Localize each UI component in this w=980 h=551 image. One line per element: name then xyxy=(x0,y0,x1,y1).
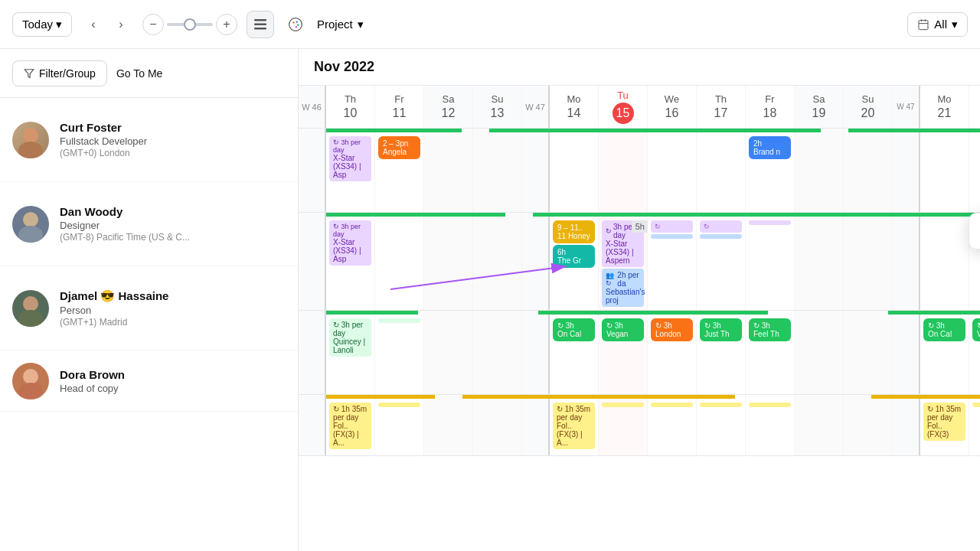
list-item: Dora Brown Head of copy xyxy=(0,350,298,412)
calendar-row-curt: ↻ 3h per day X-Star (XS34) | Asp 2 – 3pn… xyxy=(299,129,980,213)
cal-cell-22 xyxy=(969,129,980,212)
day-header-14: Mo 14 xyxy=(550,86,599,128)
week-separator xyxy=(299,395,326,455)
cal-cell-12 xyxy=(424,213,473,310)
zoom-controls: − + xyxy=(142,14,237,35)
day-header-20: Su 20 xyxy=(844,86,893,128)
left-panel: Filter/Group Go To Me Curt Fost xyxy=(0,49,299,551)
cal-cell-14 xyxy=(550,129,599,212)
svg-point-4 xyxy=(292,21,295,24)
event-block[interactable]: 2h Brand n xyxy=(749,136,791,159)
event-block[interactable]: 9 – 11.. 11 Honey xyxy=(553,220,595,243)
event-block[interactable]: ↻ 3h On Cal xyxy=(923,318,965,341)
svg-point-6 xyxy=(297,24,299,26)
week-separator xyxy=(893,213,920,310)
prev-button[interactable]: ‹ xyxy=(81,12,106,37)
cal-cell-16 xyxy=(648,395,697,455)
event-block[interactable]: ↻ 3h Vegan xyxy=(602,318,644,341)
palette-button[interactable] xyxy=(283,12,308,37)
svg-marker-12 xyxy=(24,69,34,77)
avatar xyxy=(12,122,49,158)
day-dow: Th xyxy=(715,93,727,105)
day-header-11: Fr 11 xyxy=(375,86,424,128)
all-selector[interactable]: All ▾ xyxy=(907,12,968,37)
day-num: 12 xyxy=(442,106,456,120)
day-header-15: Tu 15 xyxy=(599,86,648,128)
cal-cell-17 xyxy=(697,395,746,455)
cal-cell-13 xyxy=(473,395,522,455)
svg-rect-1 xyxy=(254,23,266,25)
day-num: 17 xyxy=(714,106,728,120)
cal-cell-15 xyxy=(599,395,648,455)
cal-cell-10: ↻ 3h per day X-Star (XS34) | Asp xyxy=(326,213,375,310)
cal-cell-20 xyxy=(844,395,893,455)
filter-group-button[interactable]: Filter/Group xyxy=(12,60,107,86)
zoom-slider[interactable] xyxy=(167,23,213,26)
event-block[interactable]: ↻ 3h On Cal xyxy=(553,318,595,341)
week-separator xyxy=(299,213,326,310)
zoom-in-button[interactable]: + xyxy=(216,14,237,35)
next-button[interactable]: › xyxy=(109,12,133,37)
nav-arrows: ‹ › xyxy=(81,12,133,37)
event-block[interactable]: ↻ 3h Feel Th xyxy=(749,318,791,341)
today-chevron: ▾ xyxy=(56,18,62,31)
person-info: Dora Brown Head of copy xyxy=(60,368,286,394)
cal-cell-17: ↻ 3h Just Th xyxy=(697,311,746,394)
cal-cell-18: ↻ 3h Feel Th xyxy=(746,311,795,394)
month-header: Nov 2022 xyxy=(299,49,980,86)
week-separator xyxy=(522,395,550,455)
cal-cell-19 xyxy=(795,395,844,455)
cal-cell-19 xyxy=(795,213,844,310)
day-header-12: Sa 12 xyxy=(424,86,473,128)
event-block[interactable]: ↻ 3h Just Th xyxy=(700,318,742,341)
project-selector[interactable]: Project ▾ xyxy=(317,18,364,31)
svg-point-17 xyxy=(23,296,38,311)
cal-cell-10: ↻ 1h 35m per day Fol.. (FX(3) | A... xyxy=(326,395,375,455)
filter-label: Filter/Group xyxy=(39,67,96,80)
calendar-rows: ↻ 3h per day X-Star (XS34) | Asp 2 – 3pn… xyxy=(299,129,980,551)
day-dow: Mo xyxy=(567,93,580,105)
cal-cell-16 xyxy=(648,129,697,212)
zoom-out-button[interactable]: − xyxy=(142,14,164,35)
event-block[interactable]: 6h The Gr xyxy=(553,245,595,268)
day-header-13: Su 13 xyxy=(473,86,522,128)
week-separator xyxy=(299,311,326,394)
cal-cell-22: ↻ 3h Vegan xyxy=(969,311,980,394)
calendar-row-dora: ↻ 1h 35m per day Fol.. (FX(3) | A... xyxy=(299,395,980,456)
cal-cell-11 xyxy=(375,213,424,310)
svg-point-7 xyxy=(296,26,298,28)
person-timezone: (GMT-8) Pacific Time (US & C... xyxy=(60,232,286,243)
main-content: Filter/Group Go To Me Curt Fost xyxy=(0,49,980,551)
calendar-grid: W 46 Th 10 Fr 11 Sa 12 Su 13 xyxy=(299,86,980,551)
person-info: Curt Foster Fullstack Developer (GMT+0) … xyxy=(60,121,286,158)
cal-cell-10: ↻ 3h per day X-Star (XS34) | Asp xyxy=(326,129,375,212)
person-timezone: (GMT+0) London xyxy=(60,148,286,158)
event-block[interactable]: ↻ 3h Vegan xyxy=(972,318,980,341)
event-block[interactable]: ↻ 3h London xyxy=(651,318,693,341)
week-separator xyxy=(893,395,920,455)
list-view-button[interactable] xyxy=(247,11,274,38)
week-separator xyxy=(893,311,920,394)
week47-label: W 47 xyxy=(525,103,545,112)
day-num: 11 xyxy=(393,106,407,120)
person-role: Fullstack Developer xyxy=(60,135,286,147)
day-header-17: Th 17 xyxy=(697,86,746,128)
day-dow: Fr xyxy=(394,93,403,105)
cal-cell-17 xyxy=(697,129,746,212)
cal-cell-15: ↻ 3h Vegan xyxy=(599,311,648,394)
cal-cell-21 xyxy=(920,129,969,212)
day-num: 16 xyxy=(665,106,679,120)
today-label: Today xyxy=(22,18,53,31)
day-num: 10 xyxy=(344,106,358,120)
day-dow: Sa xyxy=(443,93,455,105)
calendar-row-djamel: ↻ 3h per day Quincey | Lanoli xyxy=(299,311,980,395)
event-block[interactable]: 2 – 3pn Angela xyxy=(378,136,420,159)
cal-cell-15: ↻ 3h per day X-Star (XS34) | Aspern 👥↻ 2… xyxy=(599,213,648,310)
person-name: Dan Woody xyxy=(60,205,286,218)
today-button[interactable]: Today ▾ xyxy=(12,12,72,37)
goto-me-button[interactable]: Go To Me xyxy=(116,67,162,80)
day-header-16: We 16 xyxy=(648,86,697,128)
day-dow: Th xyxy=(345,93,356,105)
svg-point-19 xyxy=(23,369,38,384)
people-list: Curt Foster Fullstack Developer (GMT+0) … xyxy=(0,98,298,551)
